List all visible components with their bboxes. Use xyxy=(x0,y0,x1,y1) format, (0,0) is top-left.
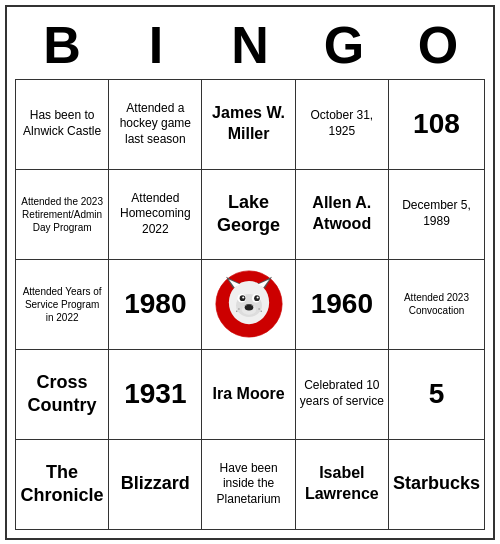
svg-point-19 xyxy=(258,308,259,309)
cell-i2: Attended Homecoming 2022 xyxy=(109,170,202,260)
svg-point-17 xyxy=(238,308,239,309)
cell-b1: Has been to Alnwick Castle xyxy=(16,80,109,170)
cell-n5: Have been inside the Planetarium xyxy=(202,440,295,530)
svg-point-12 xyxy=(242,296,244,298)
cell-i1: Attended a hockey game last season xyxy=(109,80,202,170)
cell-i3: 1980 xyxy=(109,260,202,350)
cell-i4: 1931 xyxy=(109,350,202,440)
bingo-header: B I N G O xyxy=(15,15,485,75)
svg-point-18 xyxy=(236,310,237,311)
cell-g2: Allen A. Atwood xyxy=(296,170,389,260)
letter-b: B xyxy=(18,15,106,75)
letter-i: I xyxy=(112,15,200,75)
letter-o: O xyxy=(394,15,482,75)
cell-b3: Attended Years of Service Program in 202… xyxy=(16,260,109,350)
cell-g3: 1960 xyxy=(296,260,389,350)
cell-g1: October 31, 1925 xyxy=(296,80,389,170)
bingo-card: B I N G O Has been to Alnwick Castle Att… xyxy=(5,5,495,540)
svg-point-20 xyxy=(260,310,261,311)
cell-o1: 108 xyxy=(389,80,485,170)
cell-o2: December 5, 1989 xyxy=(389,170,485,260)
svg-point-13 xyxy=(256,296,258,298)
cell-o3: Attended 2023 Convocation xyxy=(389,260,485,350)
letter-g: G xyxy=(300,15,388,75)
cell-n2: Lake George xyxy=(202,170,295,260)
cell-b4: Cross Country xyxy=(16,350,109,440)
cell-b2: Attended the 2023 Retirement/Admin Day P… xyxy=(16,170,109,260)
cell-g4: Celebrated 10 years of service xyxy=(296,350,389,440)
cell-n3-free xyxy=(202,260,295,350)
cell-g5: Isabel Lawrence xyxy=(296,440,389,530)
cell-n1: James W. Miller xyxy=(202,80,295,170)
cell-b5: The Chronicle xyxy=(16,440,109,530)
svg-point-16 xyxy=(244,305,253,311)
cell-n4: Ira Moore xyxy=(202,350,295,440)
cell-o4: 5 xyxy=(389,350,485,440)
letter-n: N xyxy=(206,15,294,75)
cell-o5: Starbucks xyxy=(389,440,485,530)
bingo-grid: Has been to Alnwick Castle Attended a ho… xyxy=(15,79,485,530)
cell-i5: Blizzard xyxy=(109,440,202,530)
